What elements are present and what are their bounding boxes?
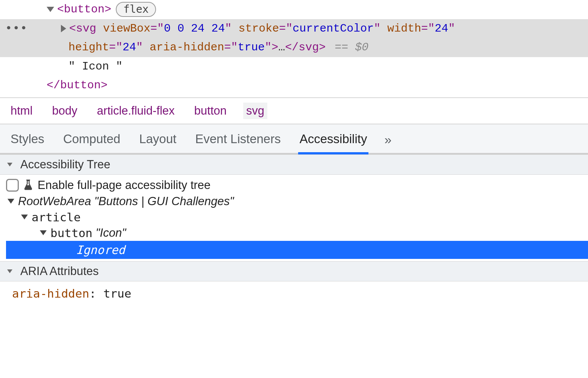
chevron-down-icon[interactable] (8, 199, 14, 204)
enable-full-page-tree-label: Enable full-page accessibility tree (38, 178, 211, 192)
breadcrumb-item-article-fluid-flex[interactable]: article.fluid-flex (94, 103, 178, 119)
beaker-icon (23, 179, 34, 192)
checkbox[interactable] (6, 179, 19, 192)
dom-node-svg-selected-wrap[interactable]: height="24" aria-hidden="true">…</svg> =… (0, 38, 588, 57)
ax-node-button[interactable]: button "Icon" (6, 225, 588, 241)
disclosure-triangle-open-icon[interactable] (7, 163, 12, 166)
ax-node-ignored-selected[interactable]: Ignored (6, 241, 588, 259)
aria-attr-value: true (103, 287, 132, 300)
section-header-accessibility-tree[interactable]: Accessibility Tree (0, 154, 588, 175)
tab-accessibility[interactable]: Accessibility (298, 130, 369, 154)
breadcrumb: htmlbodyarticle.fluid-flexbuttonsvg (0, 97, 588, 124)
ax-role: article (32, 210, 81, 224)
ax-name: "Buttons | GUI Challenges" (94, 195, 234, 208)
disclosure-triangle-open-icon[interactable] (47, 7, 54, 12)
dom-svg-open-tag: <svg viewBox="0 0 24 24" stroke="current… (69, 20, 455, 38)
selection-dots-icon: ••• (5, 20, 28, 38)
ax-node-root[interactable]: RootWebArea "Buttons | GUI Challenges" (6, 194, 588, 209)
disclosure-triangle-open-icon[interactable] (7, 269, 12, 273)
dom-text-value: " Icon " (68, 58, 123, 76)
elements-dom-tree[interactable]: <button> flex ••• <svg viewBox="0 0 24 2… (0, 0, 588, 97)
breadcrumb-item-body[interactable]: body (49, 103, 80, 119)
tab-computed[interactable]: Computed (62, 130, 122, 154)
enable-full-page-tree-row[interactable]: Enable full-page accessibility tree (6, 177, 588, 194)
aria-attribute-row[interactable]: aria-hidden: true (0, 281, 588, 306)
section-title: ARIA Attributes (20, 265, 99, 278)
dom-tag-button-close: </button> (47, 77, 108, 94)
chevron-down-icon[interactable] (40, 230, 47, 235)
ax-role: button (50, 226, 92, 240)
disclosure-triangle-closed-icon[interactable] (61, 25, 66, 32)
ax-role: RootWebArea (18, 195, 91, 208)
tab-event-listeners[interactable]: Event Listeners (194, 130, 282, 154)
devtools-panel: <button> flex ••• <svg viewBox="0 0 24 2… (0, 0, 588, 306)
dom-node-svg-selected[interactable]: ••• <svg viewBox="0 0 24 24" stroke="cur… (0, 19, 588, 38)
section-title: Accessibility Tree (20, 158, 110, 171)
dom-svg-wrap: height="24" aria-hidden="true">…</svg> =… (68, 39, 368, 56)
section-header-aria-attributes[interactable]: ARIA Attributes (0, 261, 588, 281)
flex-badge[interactable]: flex (116, 2, 156, 17)
ax-ignored-label: Ignored (76, 243, 125, 257)
accessibility-tree-body: Enable full-page accessibility tree Root… (0, 175, 588, 261)
breadcrumb-item-button[interactable]: button (191, 103, 230, 119)
dom-node-button-open[interactable]: <button> flex (0, 0, 588, 19)
breadcrumb-item-html[interactable]: html (8, 103, 36, 119)
ax-name: "Icon" (96, 226, 126, 240)
dom-text-node-icon[interactable]: " Icon " (0, 57, 588, 76)
ax-node-article[interactable]: article (6, 209, 588, 225)
tabs-overflow-button[interactable]: » (384, 132, 391, 153)
dom-node-button-close[interactable]: </button> (0, 76, 588, 95)
sidebar-tabstrip: StylesComputedLayoutEvent ListenersAcces… (0, 124, 588, 154)
dom-tag-button: <button> (57, 1, 111, 18)
chevron-down-icon[interactable] (21, 215, 28, 219)
breadcrumb-item-svg[interactable]: svg (243, 103, 267, 119)
tab-styles[interactable]: Styles (9, 130, 46, 154)
aria-attr-name: aria-hidden (12, 287, 89, 300)
tab-layout[interactable]: Layout (138, 130, 178, 154)
